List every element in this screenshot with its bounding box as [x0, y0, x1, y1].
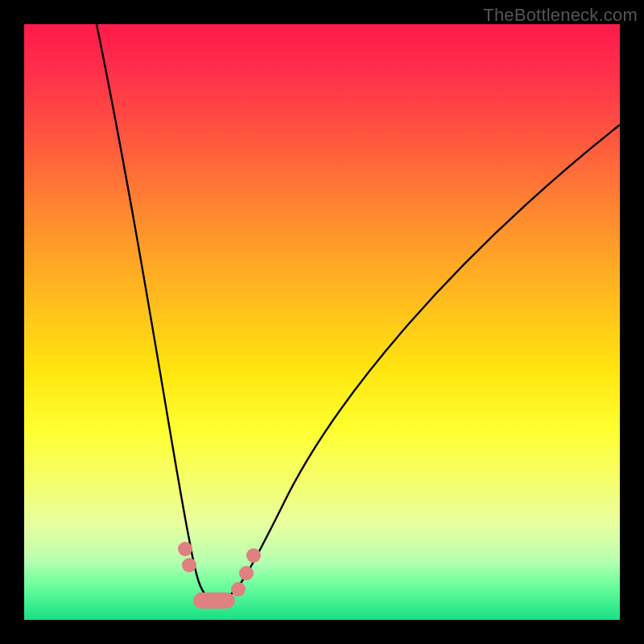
bottleneck-curve: [97, 24, 620, 601]
chart-frame: TheBottleneck.com: [0, 0, 644, 644]
marker-bar: [193, 592, 235, 609]
highlight-marker-group: [178, 542, 261, 609]
marker-dot: [239, 566, 254, 580]
watermark-text: TheBottleneck.com: [483, 5, 638, 26]
marker-dot: [182, 558, 196, 572]
marker-dot: [231, 582, 246, 597]
chart-svg: [24, 24, 620, 620]
marker-dot: [246, 548, 261, 563]
marker-dot: [178, 542, 192, 556]
